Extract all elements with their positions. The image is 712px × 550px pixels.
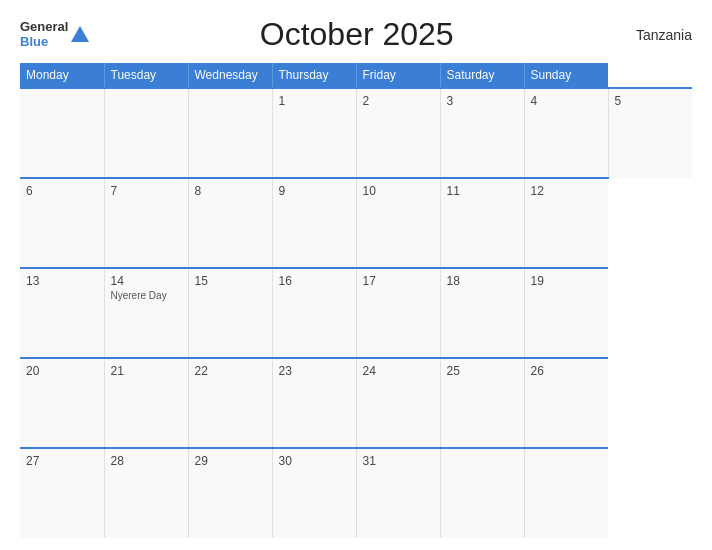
holiday-label: Nyerere Day [111, 290, 182, 301]
weekday-header-row: Monday Tuesday Wednesday Thursday Friday… [20, 63, 692, 88]
logo-general: General [20, 19, 68, 34]
header-sunday: Sunday [524, 63, 608, 88]
day-number: 16 [279, 274, 350, 288]
calendar-cell [104, 88, 188, 178]
day-number: 13 [26, 274, 98, 288]
day-number: 21 [111, 364, 182, 378]
calendar-cell: 15 [188, 268, 272, 358]
calendar-cell: 14Nyerere Day [104, 268, 188, 358]
logo-text: General Blue [20, 20, 68, 49]
header-tuesday: Tuesday [104, 63, 188, 88]
calendar-cell [524, 448, 608, 538]
calendar-cell: 8 [188, 178, 272, 268]
day-number: 5 [615, 94, 687, 108]
calendar-cell: 17 [356, 268, 440, 358]
day-number: 14 [111, 274, 182, 288]
day-number: 4 [531, 94, 602, 108]
calendar-cell [440, 448, 524, 538]
calendar-cell: 22 [188, 358, 272, 448]
calendar-cell: 30 [272, 448, 356, 538]
day-number: 3 [447, 94, 518, 108]
logo-icon [69, 24, 91, 46]
calendar-cell: 19 [524, 268, 608, 358]
calendar-cell: 16 [272, 268, 356, 358]
calendar-cell: 28 [104, 448, 188, 538]
day-number: 11 [447, 184, 518, 198]
day-number: 6 [26, 184, 98, 198]
day-number: 29 [195, 454, 266, 468]
calendar-cell: 5 [608, 88, 692, 178]
calendar-cell [20, 88, 104, 178]
day-number: 22 [195, 364, 266, 378]
page: General Blue October 2025 Tanzania Monda… [0, 0, 712, 550]
day-number: 15 [195, 274, 266, 288]
calendar-cell [188, 88, 272, 178]
calendar-cell: 29 [188, 448, 272, 538]
svg-marker-0 [71, 26, 89, 42]
calendar-cell: 18 [440, 268, 524, 358]
calendar-cell: 27 [20, 448, 104, 538]
calendar-cell: 6 [20, 178, 104, 268]
calendar-week-row: 1314Nyerere Day1516171819 [20, 268, 692, 358]
day-number: 20 [26, 364, 98, 378]
header-thursday: Thursday [272, 63, 356, 88]
calendar-cell: 4 [524, 88, 608, 178]
day-number: 10 [363, 184, 434, 198]
logo-blue: Blue [20, 34, 48, 49]
calendar-cell: 13 [20, 268, 104, 358]
header-friday: Friday [356, 63, 440, 88]
calendar-cell: 11 [440, 178, 524, 268]
day-number: 25 [447, 364, 518, 378]
calendar-cell: 10 [356, 178, 440, 268]
calendar-cell: 26 [524, 358, 608, 448]
calendar-cell: 25 [440, 358, 524, 448]
day-number: 8 [195, 184, 266, 198]
day-number: 30 [279, 454, 350, 468]
country-label: Tanzania [622, 27, 692, 43]
calendar-cell: 9 [272, 178, 356, 268]
calendar-week-row: 20212223242526 [20, 358, 692, 448]
calendar-cell: 20 [20, 358, 104, 448]
header-wednesday: Wednesday [188, 63, 272, 88]
calendar-table: Monday Tuesday Wednesday Thursday Friday… [20, 63, 692, 538]
day-number: 19 [531, 274, 603, 288]
header-monday: Monday [20, 63, 104, 88]
calendar-cell: 1 [272, 88, 356, 178]
day-number: 26 [531, 364, 603, 378]
day-number: 12 [531, 184, 603, 198]
day-number: 1 [279, 94, 350, 108]
day-number: 9 [279, 184, 350, 198]
calendar-week-row: 12345 [20, 88, 692, 178]
calendar-cell: 21 [104, 358, 188, 448]
day-number: 28 [111, 454, 182, 468]
day-number: 7 [111, 184, 182, 198]
day-number: 27 [26, 454, 98, 468]
day-number: 23 [279, 364, 350, 378]
day-number: 17 [363, 274, 434, 288]
logo: General Blue [20, 20, 91, 49]
page-title: October 2025 [91, 16, 622, 53]
calendar-week-row: 6789101112 [20, 178, 692, 268]
day-number: 18 [447, 274, 518, 288]
calendar-week-row: 2728293031 [20, 448, 692, 538]
calendar-cell: 2 [356, 88, 440, 178]
calendar-cell: 23 [272, 358, 356, 448]
calendar-cell: 7 [104, 178, 188, 268]
day-number: 31 [363, 454, 434, 468]
header: General Blue October 2025 Tanzania [20, 16, 692, 53]
day-number: 24 [363, 364, 434, 378]
calendar-cell: 31 [356, 448, 440, 538]
calendar-cell: 12 [524, 178, 608, 268]
calendar-cell: 24 [356, 358, 440, 448]
header-saturday: Saturday [440, 63, 524, 88]
day-number: 2 [363, 94, 434, 108]
calendar-cell: 3 [440, 88, 524, 178]
